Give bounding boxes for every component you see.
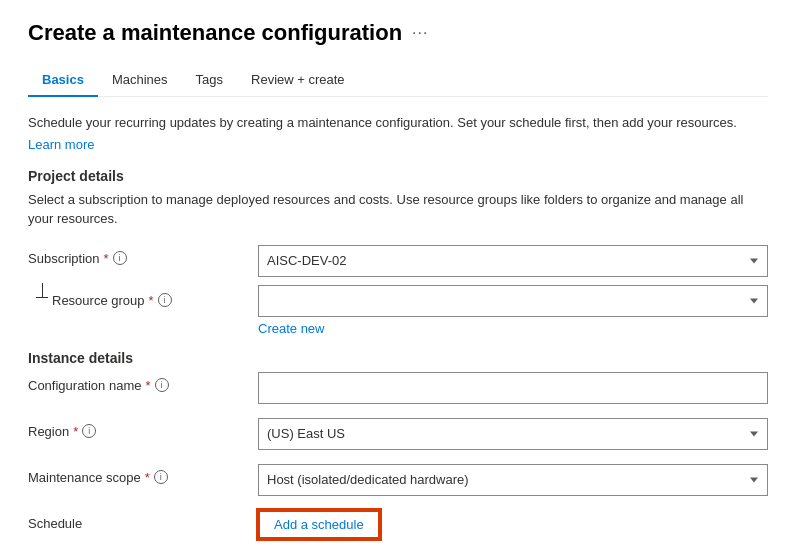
page-title-row: Create a maintenance configuration ··· [28,20,768,46]
resource-group-row: Resource group * i Create new [28,285,768,336]
tab-review-create[interactable]: Review + create [237,64,359,97]
tab-machines[interactable]: Machines [98,64,182,97]
subscription-select[interactable]: AISC-DEV-02 [258,245,768,277]
configuration-name-control [258,372,768,404]
configuration-name-input[interactable] [258,372,768,404]
maintenance-scope-row: Maintenance scope * i Host (isolated/ded… [28,464,768,496]
maintenance-scope-control: Host (isolated/dedicated hardware) [258,464,768,496]
learn-more-link[interactable]: Learn more [28,137,94,152]
instance-details-title: Instance details [28,350,768,366]
project-details-desc: Select a subscription to manage deployed… [28,190,768,229]
resource-group-label-col: Resource group * i [28,285,258,308]
tab-basics[interactable]: Basics [28,64,98,97]
maintenance-scope-select[interactable]: Host (isolated/dedicated hardware) [258,464,768,496]
schedule-row: Schedule Add a schedule [28,510,768,539]
configuration-name-info-icon[interactable]: i [155,378,169,392]
add-schedule-button[interactable]: Add a schedule [258,510,380,539]
region-row: Region * i (US) East US [28,418,768,450]
configuration-name-label: Configuration name [28,378,141,393]
resource-group-control: Create new [258,285,768,336]
region-required: * [73,424,78,439]
configuration-name-row: Configuration name * i [28,372,768,404]
resource-group-label: Resource group [52,293,145,308]
subscription-control: AISC-DEV-02 [258,245,768,277]
subscription-required: * [104,251,109,266]
subscription-row: Subscription * i AISC-DEV-02 [28,245,768,277]
region-control: (US) East US [258,418,768,450]
project-details-title: Project details [28,168,768,184]
schedule-control: Add a schedule [258,510,768,539]
maintenance-scope-label-col: Maintenance scope * i [28,464,258,485]
tab-tags[interactable]: Tags [182,64,237,97]
resource-group-select[interactable] [258,285,768,317]
description-text: Schedule your recurring updates by creat… [28,113,768,133]
configuration-name-required: * [145,378,150,393]
resource-group-info-icon[interactable]: i [158,293,172,307]
instance-details-section: Instance details Configuration name * i … [28,350,768,539]
region-info-icon[interactable]: i [82,424,96,438]
subscription-label-col: Subscription * i [28,245,258,266]
maintenance-scope-required: * [145,470,150,485]
schedule-label-col: Schedule [28,510,258,531]
subscription-select-wrapper: AISC-DEV-02 [258,245,768,277]
maintenance-scope-label: Maintenance scope [28,470,141,485]
resource-group-select-wrapper [258,285,768,317]
configuration-name-label-col: Configuration name * i [28,372,258,393]
ellipsis-menu-icon[interactable]: ··· [412,24,428,42]
subscription-label: Subscription [28,251,100,266]
maintenance-scope-info-icon[interactable]: i [154,470,168,484]
subscription-info-icon[interactable]: i [113,251,127,265]
schedule-label: Schedule [28,516,82,531]
page-title: Create a maintenance configuration [28,20,402,46]
create-new-link[interactable]: Create new [258,321,768,336]
region-select-wrapper: (US) East US [258,418,768,450]
maintenance-scope-select-wrapper: Host (isolated/dedicated hardware) [258,464,768,496]
region-label: Region [28,424,69,439]
region-label-col: Region * i [28,418,258,439]
tabs-nav: Basics Machines Tags Review + create [28,64,768,97]
region-select[interactable]: (US) East US [258,418,768,450]
resource-group-required: * [149,293,154,308]
project-details-section: Project details Select a subscription to… [28,168,768,336]
